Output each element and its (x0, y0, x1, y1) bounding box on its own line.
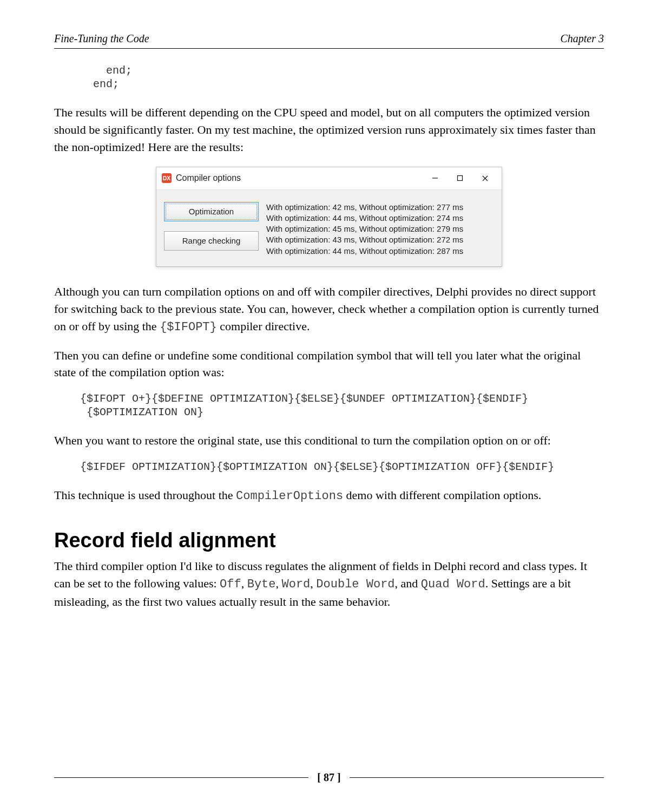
inline-code-quad-word: Quad Word (421, 578, 485, 591)
code-block-ifdef: {$IFDEF OPTIMIZATION}{$OPTIMIZATION ON}{… (80, 460, 604, 474)
inline-code-ifopt: {$IFOPT} (160, 320, 217, 334)
inline-code-byte: Byte (247, 578, 276, 591)
app-icon: DX (162, 173, 172, 183)
window-body: Optimization Range checking With optimiz… (156, 190, 502, 266)
running-header-right: Chapter 3 (560, 32, 604, 45)
paragraph-restore: When you want to restore the original st… (54, 432, 604, 449)
range-checking-button[interactable]: Range checking (164, 231, 259, 251)
result-line: With optimization: 44 ms, Without optimi… (266, 246, 494, 257)
range-checking-button-label: Range checking (182, 236, 241, 245)
minimize-icon (432, 175, 438, 181)
code-block-end: end; end; (80, 64, 604, 91)
paragraph-alignment: The third compiler option I'd like to di… (54, 558, 604, 611)
compiler-options-window: DX Compiler options Optimization Range c… (156, 167, 502, 267)
page-number: [ 87 ] (308, 771, 349, 784)
paragraph-compileroptions: This technique is used throughout the Co… (54, 487, 604, 505)
svg-rect-1 (458, 176, 463, 181)
running-header-left: Fine-Tuning the Code (54, 32, 149, 45)
code-block-ifopt-define: {$IFOPT O+}{$DEFINE OPTIMIZATION}{$ELSE}… (80, 392, 604, 419)
paragraph-ifopt: Although you can turn compilation option… (54, 283, 604, 336)
maximize-icon (457, 175, 463, 181)
result-line: With optimization: 45 ms, Without optimi… (266, 224, 494, 234)
optimization-button[interactable]: Optimization (164, 202, 259, 221)
paragraph-define-symbol: Then you can define or undefine some con… (54, 347, 604, 382)
running-header: Fine-Tuning the Code Chapter 3 (54, 32, 604, 49)
window-titlebar: DX Compiler options (156, 167, 502, 190)
window-title: Compiler options (176, 173, 241, 183)
result-line: With optimization: 43 ms, Without optimi… (266, 234, 494, 245)
paragraph-intro: The results will be different depending … (54, 104, 604, 156)
result-line: With optimization: 42 ms, Without optimi… (266, 202, 494, 213)
inline-code-double-word: Double Word (316, 578, 394, 591)
button-column: Optimization Range checking (164, 202, 259, 257)
footer-rule-left (54, 777, 308, 778)
results-panel: With optimization: 42 ms, Without optimi… (266, 202, 494, 257)
maximize-button[interactable] (448, 167, 472, 189)
figure-compiler-options: DX Compiler options Optimization Range c… (54, 167, 604, 267)
inline-code-compileroptions: CompilerOptions (236, 489, 343, 503)
footer-rule-right (350, 777, 604, 778)
page-footer: [ 87 ] (0, 771, 658, 784)
section-heading-record-alignment: Record field alignment (54, 529, 604, 552)
close-button[interactable] (472, 167, 497, 189)
minimize-button[interactable] (423, 167, 448, 189)
result-line: With optimization: 44 ms, Without optimi… (266, 213, 494, 224)
inline-code-off: Off (220, 578, 241, 591)
optimization-button-label: Optimization (189, 207, 234, 216)
inline-code-word: Word (282, 578, 311, 591)
close-icon (482, 175, 489, 182)
